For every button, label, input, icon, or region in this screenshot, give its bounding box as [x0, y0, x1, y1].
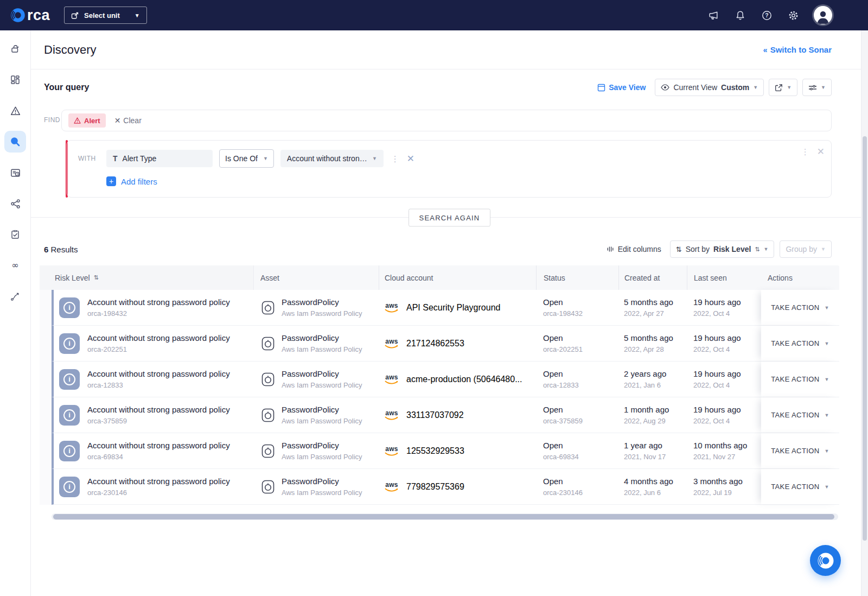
- asset-name[interactable]: PasswordPolicy: [282, 297, 362, 308]
- sidebar-item-attack-paths[interactable]: [4, 193, 26, 214]
- megaphone-icon[interactable]: [707, 9, 719, 21]
- cloud-account-name[interactable]: 125532929533: [406, 446, 464, 456]
- status-id: orca-12833: [543, 381, 579, 389]
- take-action-button[interactable]: TAKE ACTION ▼: [771, 375, 829, 383]
- take-action-button[interactable]: TAKE ACTION ▼: [771, 339, 829, 347]
- alert-title: Account without strong password policy: [87, 405, 230, 415]
- cloud-account-name[interactable]: 779829575369: [406, 482, 464, 492]
- last-seen-relative: 10 months ago: [693, 441, 747, 451]
- aws-logo-icon: aws: [384, 410, 399, 421]
- dashboards-icon: [10, 74, 21, 85]
- table-row[interactable]: i Account without strong password policy…: [52, 469, 839, 505]
- table-header: Risk Level ⇅ Asset Cloud account Status …: [40, 265, 839, 290]
- created-relative: 2 years ago: [624, 369, 666, 379]
- close-icon[interactable]: ✕: [817, 146, 825, 157]
- export-dropdown[interactable]: ▼: [769, 79, 797, 96]
- sort-by-dropdown[interactable]: ⇅ Sort by Risk Level ⇅ ▼: [670, 240, 775, 258]
- sidebar-item-discovery[interactable]: [4, 131, 26, 153]
- created-date: 2021, Jan 6: [624, 381, 666, 389]
- column-header-created-at[interactable]: Created at: [618, 265, 687, 290]
- sidebar-item-home[interactable]: [4, 38, 26, 60]
- table-row[interactable]: i Account without strong password policy…: [52, 397, 839, 433]
- take-action-button[interactable]: TAKE ACTION ▼: [771, 411, 829, 419]
- switch-to-sonar-link[interactable]: « Switch to Sonar: [763, 45, 832, 54]
- kebab-menu-icon[interactable]: ⋮: [390, 156, 400, 161]
- search-again-button[interactable]: SEARCH AGAIN: [409, 208, 491, 226]
- query-section-title: Your query: [44, 83, 89, 92]
- settings-gear-icon[interactable]: [787, 9, 799, 21]
- asset-name[interactable]: PasswordPolicy: [282, 369, 362, 379]
- notifications-bell-icon[interactable]: [734, 9, 746, 21]
- cloud-account-name[interactable]: API Security Playground: [406, 303, 500, 313]
- last-seen-date: 2022, Oct 4: [693, 345, 741, 353]
- created-date: 2022, Jun 6: [624, 489, 673, 497]
- cloud-account-name[interactable]: 331137037092: [406, 410, 464, 420]
- table-row[interactable]: i Account without strong password policy…: [52, 433, 839, 469]
- view-options-dropdown[interactable]: ▼: [802, 79, 832, 96]
- orca-logo[interactable]: rca: [10, 7, 50, 23]
- infinity-icon: ∞: [9, 259, 21, 271]
- current-view-dropdown[interactable]: Current View Custom ▼: [655, 79, 764, 96]
- sort-asc-icon: ⇅: [755, 246, 760, 253]
- info-risk-icon: i: [59, 477, 80, 497]
- sidebar-item-dashboards[interactable]: [4, 69, 26, 91]
- scrollbar-thumb[interactable]: [53, 514, 834, 519]
- sidebar-item-alerts[interactable]: [4, 100, 26, 122]
- edit-columns-button[interactable]: Edit columns: [607, 245, 661, 253]
- column-header-risk-level[interactable]: Risk Level ⇅: [40, 265, 253, 290]
- column-header-cloud-account[interactable]: Cloud account: [379, 265, 536, 290]
- table-row[interactable]: i Account without strong password policy…: [52, 290, 839, 326]
- password-policy-asset-icon: [260, 443, 276, 459]
- cloud-account-name[interactable]: 217124862553: [406, 339, 464, 348]
- asset-name[interactable]: PasswordPolicy: [282, 441, 362, 451]
- query-bar: Your query Save View Current View Custom…: [31, 69, 868, 105]
- scrollbar-thumb[interactable]: [863, 136, 867, 541]
- help-icon[interactable]: ?: [761, 9, 773, 21]
- save-view-button[interactable]: Save View: [597, 83, 646, 92]
- asset-name[interactable]: PasswordPolicy: [282, 405, 362, 415]
- table-row[interactable]: i Account without strong password policy…: [52, 326, 839, 362]
- user-avatar[interactable]: [814, 6, 832, 24]
- chevron-down-icon: ▼: [825, 341, 829, 346]
- sidebar-item-shift-left[interactable]: ∞: [4, 255, 26, 276]
- operator-dropdown[interactable]: Is One Of ▼: [219, 149, 274, 168]
- column-header-asset[interactable]: Asset: [253, 265, 379, 290]
- save-icon: [597, 84, 605, 92]
- close-icon: ✕: [114, 116, 121, 125]
- status-value: Open: [543, 441, 579, 451]
- group-by-dropdown[interactable]: Group by ▼: [780, 240, 832, 258]
- clear-button[interactable]: ✕ Clear: [114, 116, 142, 125]
- horizontal-scrollbar[interactable]: [52, 513, 838, 520]
- column-header-last-seen[interactable]: Last seen: [687, 265, 761, 290]
- column-header-actions: Actions: [761, 265, 839, 290]
- asset-name[interactable]: PasswordPolicy: [282, 333, 362, 344]
- add-filters-button[interactable]: + Add filters: [106, 176, 820, 186]
- sidebar-item-compliance[interactable]: [4, 224, 26, 245]
- take-action-button[interactable]: TAKE ACTION ▼: [771, 303, 829, 312]
- find-query-box[interactable]: Alert ✕ Clear: [61, 110, 832, 131]
- filter-field-selector[interactable]: T Alert Type: [106, 150, 213, 167]
- sidebar-item-remediation[interactable]: [4, 286, 26, 307]
- sidebar-item-inventory[interactable]: [4, 162, 26, 183]
- table-row[interactable]: i Account without strong password policy…: [52, 362, 839, 397]
- take-action-button[interactable]: TAKE ACTION ▼: [771, 483, 829, 491]
- status-id: orca-230146: [543, 489, 583, 497]
- text-type-icon: T: [113, 154, 118, 163]
- alert-title: Account without strong password policy: [87, 441, 230, 451]
- cloud-account-name[interactable]: acme-production (50646480...: [406, 375, 522, 384]
- vertical-scrollbar[interactable]: [861, 30, 868, 596]
- last-seen-date: 2022, Oct 4: [693, 309, 741, 318]
- filter-value-dropdown[interactable]: Account without strong pas... ▼: [280, 150, 384, 167]
- results-header: 6 Results Edit columns ⇅ Sort by Risk Le…: [44, 240, 832, 258]
- asset-name[interactable]: PasswordPolicy: [282, 477, 362, 487]
- orca-chat-fab[interactable]: [810, 545, 841, 576]
- asset-type: Aws Iam Password Policy: [282, 417, 362, 425]
- alert-chip[interactable]: Alert: [68, 113, 106, 128]
- info-risk-icon: i: [59, 441, 80, 461]
- column-header-status[interactable]: Status: [536, 265, 618, 290]
- kebab-menu-icon[interactable]: ⋮: [800, 149, 810, 154]
- take-action-button[interactable]: TAKE ACTION ▼: [771, 447, 829, 455]
- select-unit-dropdown[interactable]: Select unit ▼: [64, 7, 147, 24]
- remove-filter-icon[interactable]: ✕: [407, 153, 414, 164]
- asset-type: Aws Iam Password Policy: [282, 453, 362, 461]
